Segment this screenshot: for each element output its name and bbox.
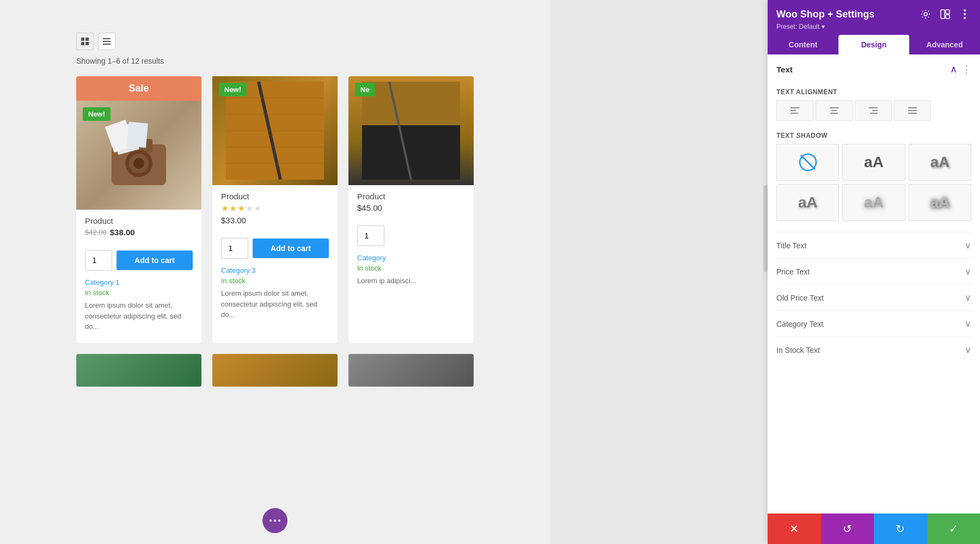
quantity-input[interactable] bbox=[85, 250, 112, 271]
svg-point-26 bbox=[270, 519, 272, 522]
accordion-header[interactable]: Title Text ∨ bbox=[776, 240, 971, 250]
align-right-button[interactable] bbox=[855, 100, 892, 121]
accordion-old-price-text: Old Price Text ∨ bbox=[776, 284, 971, 310]
product-info: Product $42.00 $38.00 bbox=[76, 210, 201, 250]
shadow-preview-5: aA bbox=[930, 194, 950, 211]
tab-advanced[interactable]: Advanced bbox=[909, 35, 980, 54]
add-to-cart-button[interactable]: Add to cart bbox=[253, 239, 329, 258]
panel-header-icons bbox=[919, 8, 971, 21]
layout-icon[interactable] bbox=[939, 8, 952, 21]
shadow-style-1-button[interactable]: aA bbox=[842, 144, 905, 181]
accordion-title-text: Title Text ∨ bbox=[776, 232, 971, 258]
svg-rect-47 bbox=[908, 113, 917, 114]
list-view-button[interactable] bbox=[98, 33, 115, 50]
svg-rect-4 bbox=[103, 38, 111, 39]
redo-button[interactable]: ↻ bbox=[874, 514, 927, 544]
collapse-button[interactable]: ∧ bbox=[950, 63, 957, 75]
product-card: Sale New! bbox=[76, 76, 201, 343]
panel-title: Woo Shop + Settings bbox=[776, 9, 874, 20]
floating-menu-button[interactable] bbox=[262, 508, 287, 533]
cart-row bbox=[348, 225, 474, 246]
svg-rect-39 bbox=[830, 107, 838, 108]
preset-label[interactable]: Preset: Default ▾ bbox=[776, 23, 971, 30]
svg-point-28 bbox=[278, 519, 280, 522]
product-card-bottom bbox=[76, 354, 201, 387]
accordion-header[interactable]: Old Price Text ∨ bbox=[776, 292, 971, 303]
product-description: Lorem ipsum dolor sit amet, consectetur … bbox=[76, 300, 201, 332]
product-name: Product bbox=[221, 192, 329, 201]
alignment-options bbox=[776, 100, 971, 121]
product-card-bottom bbox=[212, 354, 338, 387]
quantity-input[interactable] bbox=[221, 238, 248, 259]
cancel-button[interactable]: ✕ bbox=[768, 514, 821, 544]
category-link[interactable]: Category bbox=[348, 254, 474, 262]
product-image-bottom bbox=[212, 354, 338, 387]
products-grid: Sale New! bbox=[76, 76, 474, 343]
quantity-input[interactable] bbox=[357, 225, 384, 246]
accordion-header[interactable]: Price Text ∨ bbox=[776, 266, 971, 277]
panel-body: Text ∧ ⋮ Text Alignment bbox=[768, 54, 980, 514]
svg-rect-45 bbox=[908, 107, 917, 108]
product-card-image-area: New! bbox=[76, 101, 201, 210]
shadow-style-5-button[interactable]: aA bbox=[909, 184, 971, 221]
add-to-cart-button[interactable]: Add to cart bbox=[117, 250, 193, 270]
shadow-style-3-button[interactable]: aA bbox=[776, 184, 839, 221]
old-price: $42.00 bbox=[85, 228, 107, 236]
section-title: Text bbox=[776, 65, 793, 74]
star-rating: ★ ★ ★ ★ ★ bbox=[221, 203, 329, 213]
tab-design[interactable]: Design bbox=[838, 35, 909, 54]
price: $45.00 bbox=[357, 203, 382, 212]
align-left-button[interactable] bbox=[776, 100, 813, 121]
scrollbar[interactable] bbox=[763, 185, 768, 272]
chevron-down-icon: ∨ bbox=[965, 292, 971, 303]
product-card-image-area: Ne bbox=[348, 76, 474, 185]
tab-content[interactable]: Content bbox=[768, 35, 838, 54]
svg-rect-31 bbox=[946, 10, 950, 14]
text-alignment-label: Text Alignment bbox=[776, 88, 971, 96]
more-options-icon[interactable] bbox=[958, 8, 971, 21]
accordion-in-stock-text: In Stock Text ∨ bbox=[776, 337, 971, 363]
sale-banner: Sale bbox=[76, 76, 201, 101]
section-more-button[interactable]: ⋮ bbox=[961, 63, 971, 75]
svg-point-35 bbox=[964, 17, 966, 19]
category-link[interactable]: Category 1 bbox=[76, 278, 201, 286]
product-name: Product bbox=[357, 192, 465, 201]
section-controls: ∧ ⋮ bbox=[950, 63, 971, 75]
accordion-header[interactable]: Category Text ∨ bbox=[776, 319, 971, 329]
save-button[interactable]: ✓ bbox=[927, 514, 981, 544]
svg-rect-14 bbox=[127, 122, 148, 148]
accordion-header[interactable]: In Stock Text ∨ bbox=[776, 345, 971, 355]
align-center-button[interactable] bbox=[816, 100, 853, 121]
svg-point-34 bbox=[964, 13, 966, 15]
view-controls bbox=[76, 33, 474, 50]
category-link[interactable]: Category 3 bbox=[212, 266, 338, 274]
price: $33.00 bbox=[221, 216, 246, 225]
svg-rect-37 bbox=[791, 110, 796, 111]
product-image-bottom bbox=[348, 354, 474, 387]
main-content: Showing 1–6 of 12 results Sale New! bbox=[0, 0, 550, 544]
product-card-image-area: New! bbox=[212, 76, 338, 185]
shadow-style-2-button[interactable]: aA bbox=[909, 144, 971, 181]
in-stock-label: In stock bbox=[212, 277, 338, 285]
accordion-title-label: Category Text bbox=[776, 320, 823, 328]
shadow-style-4-button[interactable]: aA bbox=[842, 184, 905, 221]
accordion-title-label: Old Price Text bbox=[776, 294, 824, 302]
settings-icon[interactable] bbox=[919, 8, 932, 21]
align-justify-button[interactable] bbox=[894, 100, 931, 121]
svg-point-27 bbox=[274, 519, 276, 522]
svg-point-29 bbox=[924, 13, 927, 16]
svg-point-11 bbox=[133, 158, 144, 169]
cart-row: Add to cart bbox=[212, 238, 338, 259]
price-row: $33.00 bbox=[221, 216, 329, 225]
undo-button[interactable]: ↺ bbox=[821, 514, 874, 544]
shadow-none-button[interactable] bbox=[776, 144, 839, 181]
chevron-down-icon: ∨ bbox=[965, 266, 971, 277]
svg-rect-6 bbox=[103, 44, 111, 45]
products-grid-bottom bbox=[76, 354, 474, 387]
product-name: Product bbox=[85, 216, 193, 225]
chevron-down-icon: ∨ bbox=[965, 240, 971, 250]
svg-rect-30 bbox=[941, 10, 945, 19]
grid-view-button[interactable] bbox=[76, 33, 94, 50]
shadow-preview-3: aA bbox=[798, 194, 818, 211]
text-shadow-label: Text Shadow bbox=[776, 132, 971, 139]
